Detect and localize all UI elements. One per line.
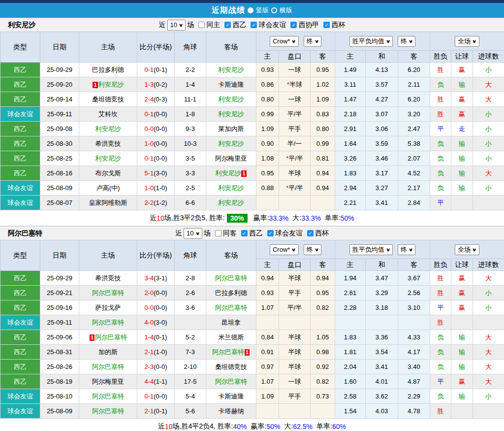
match-row: 球会友谊25-09-11艾科坎0-1(0-0)1-8利安尼沙0.99平/半0.8…: [0, 107, 504, 122]
vertical-layout-radio[interactable]: [248, 7, 253, 13]
full-match-select[interactable]: 全场∨: [455, 36, 479, 47]
home-team-cell: 阿尔梅里亚: [79, 374, 137, 389]
match-date-cell: 25-09-06: [40, 330, 79, 345]
league-checkbox[interactable]: ✓: [267, 230, 274, 236]
avg-home-cell: 2.18: [335, 107, 366, 122]
corner-cell: 3-3: [175, 166, 206, 181]
score-cell: 2-1(0-1): [137, 404, 175, 419]
odds-final-select[interactable]: 终∨: [304, 36, 321, 47]
col-corner: 角球: [175, 240, 206, 271]
horizontal-layout-radio[interactable]: [271, 7, 277, 13]
home-team-cell: 1阿尔巴塞特: [79, 330, 137, 345]
odds-final-select[interactable]: 终∨: [304, 244, 321, 255]
horizontal-layout-label[interactable]: 横版: [280, 6, 292, 15]
league-checkbox[interactable]: ✓: [323, 22, 330, 28]
match-row: 球会友谊25-08-09阿尔巴塞特2-1(0-1)5-6卡塔赫纳1.544.03…: [0, 404, 504, 419]
handicap-result-cell: 输: [451, 345, 473, 360]
away-team-cell: 利安尼沙: [206, 136, 256, 151]
result-cell: 负: [430, 360, 451, 374]
goals-cell: 小: [473, 136, 504, 151]
league-checkbox[interactable]: ✓: [241, 230, 248, 236]
odds-provider-select[interactable]: Crow*∨: [270, 244, 299, 255]
handicap-result-cell: 输: [451, 166, 473, 181]
same-home-checkbox[interactable]: [198, 22, 205, 28]
odds-away-cell: [311, 404, 335, 419]
full-match-select[interactable]: 全场∨: [455, 244, 479, 255]
col-handicap-result: 让球: [451, 51, 473, 63]
league-type-cell: 球会友谊: [0, 389, 40, 404]
near-label: 近: [159, 21, 166, 30]
result-cell: 平: [430, 374, 451, 389]
same-away-label[interactable]: 同客: [223, 229, 237, 238]
avg-draw-cell: 3.46: [366, 151, 398, 166]
league-label[interactable]: 球会友谊: [275, 229, 303, 238]
team-name-text: 利安尼沙: [219, 110, 244, 118]
odds-away-cell: 1.09: [311, 92, 335, 107]
odds-home-cell: 1.09: [256, 389, 279, 404]
handicap-result-cell: 赢: [451, 300, 473, 315]
odds-home-cell: 0.99: [256, 107, 279, 122]
league-checkbox[interactable]: ✓: [290, 22, 297, 28]
col-result: 胜负: [430, 259, 451, 271]
home-team-cell: 利安尼沙: [79, 122, 137, 136]
handicap-cell: 平手: [279, 286, 311, 300]
match-row: 西乙25-09-16萨拉戈萨0-0(0-0)3-6阿尔巴塞特1.07平/半0.8…: [0, 300, 504, 315]
league-label[interactable]: 球会友谊: [258, 21, 286, 30]
same-away-checkbox[interactable]: [215, 230, 221, 236]
odds-home-cell: 0.90: [256, 136, 279, 151]
team-name-text: 卢高(中): [96, 184, 120, 192]
odds-provider-select[interactable]: Crow*∨: [270, 36, 299, 47]
odds-away-cell: 0.82: [311, 300, 335, 315]
match-date-cell: 25-09-20: [40, 77, 79, 92]
win-rate-value: 40%: [233, 423, 247, 431]
col-home: 主场: [79, 240, 137, 271]
result-cell: 负: [430, 345, 451, 360]
goals-cell: 大: [473, 374, 504, 389]
team-name-text: 利安尼沙: [219, 66, 244, 73]
league-label[interactable]: 西乙: [232, 21, 246, 30]
odds-away-cell: 0.92: [311, 360, 335, 374]
avg-away-cell: 2.84: [398, 196, 430, 210]
away-team-cell: 米兰德斯: [206, 330, 256, 345]
avg-select[interactable]: 胜平负均值∨: [349, 36, 393, 47]
goals-cell: 小: [473, 63, 504, 77]
league-label[interactable]: 西杯: [331, 21, 345, 30]
chevron-down-icon: ∨: [409, 39, 413, 44]
odds-home-cell: 0.91: [256, 345, 279, 360]
avg-draw-cell: 3.36: [366, 330, 398, 345]
league-checkbox[interactable]: ✓: [224, 22, 231, 28]
match-row: 西乙25-08-25利安尼沙0-1(0-0)3-5阿尔梅里亚1.08*平/半0.…: [0, 151, 504, 166]
avg-final-select[interactable]: 终∨: [398, 244, 415, 255]
team-name-text: 希洪竞技: [95, 274, 121, 282]
team-name-text: 阿尔巴塞特: [215, 378, 247, 385]
league-label[interactable]: 西乙: [249, 229, 263, 238]
result-cell: 胜: [430, 315, 451, 330]
result-cell: 平: [430, 122, 451, 136]
odds-home-cell: 0.86: [256, 77, 279, 92]
same-home-label[interactable]: 同主: [206, 21, 220, 30]
team-name-text: 利安尼沙: [219, 96, 244, 103]
match-date-cell: 25-09-16: [40, 300, 79, 315]
away-team-cell: 巴拉多利德: [206, 286, 256, 300]
vertical-layout-label[interactable]: 竖版: [256, 6, 269, 15]
handicap-cell: 平手: [279, 389, 311, 404]
corner-cell: 7-3: [175, 345, 206, 360]
handicap-cell: 半/一: [279, 136, 311, 151]
league-checkbox[interactable]: ✓: [307, 230, 314, 236]
avg-final-select[interactable]: 终∨: [398, 36, 415, 47]
avg-select[interactable]: 胜平负均值∨: [349, 244, 393, 255]
avg-group: 胜平负均值∨ 终∨: [335, 240, 430, 259]
team-name-text: 阿尔巴塞特: [92, 363, 124, 370]
odds-home-cell: 1.07: [256, 300, 279, 315]
league-label[interactable]: 西协甲: [298, 21, 319, 30]
avg-home-cell: 1.54: [335, 404, 366, 419]
result-cell: 负: [430, 389, 451, 404]
recent-count-select[interactable]: 10∨: [167, 20, 186, 31]
col-odds-away: 客: [311, 259, 335, 271]
league-label[interactable]: 西杯: [315, 229, 329, 238]
score-cell: 1-4(0-1): [137, 330, 175, 345]
team-name-text: 利安尼沙: [95, 125, 121, 133]
league-checkbox[interactable]: ✓: [251, 22, 257, 28]
recent-count-select[interactable]: 10∨: [184, 228, 202, 239]
corner-cell: 1-8: [175, 107, 206, 122]
